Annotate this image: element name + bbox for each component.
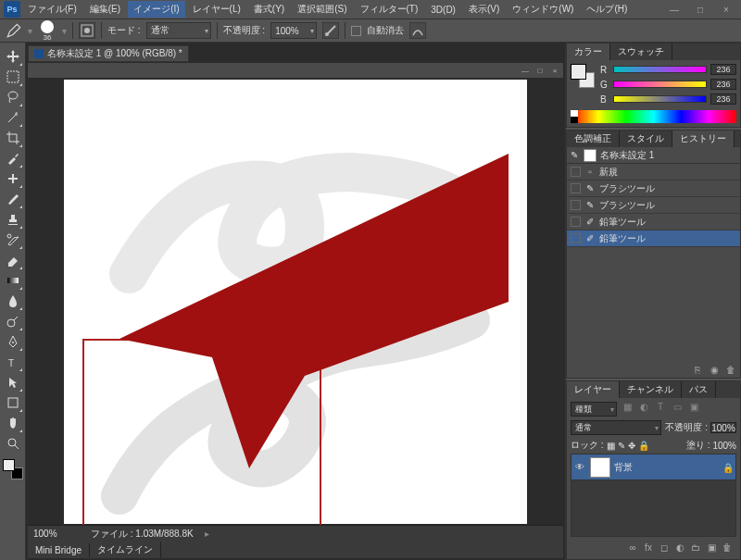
layer-blend-mode[interactable]: 通常 [571, 420, 661, 435]
value-r[interactable]: 236 [710, 64, 736, 75]
zoom-display[interactable]: 100% [33, 529, 80, 539]
history-item[interactable]: ✐鉛筆ツール [567, 214, 740, 230]
slider-b[interactable] [613, 95, 707, 103]
type-tool[interactable]: T [3, 352, 23, 372]
filter-type-icon[interactable]: T [654, 402, 667, 417]
slider-g[interactable] [613, 81, 707, 88]
healing-tool[interactable] [3, 168, 23, 189]
history-snapshot[interactable]: ✎ 名称未設定 1 [567, 147, 740, 164]
layer-opacity[interactable]: 100% [710, 422, 736, 433]
pressure-size-toggle[interactable] [409, 22, 426, 39]
stamp-tool[interactable] [3, 209, 23, 230]
crop-tool[interactable] [3, 128, 23, 148]
panel-color-swatch[interactable] [571, 64, 595, 88]
tab-swatches[interactable]: スウォッチ [610, 44, 672, 60]
snapshot-icon[interactable]: ◉ [709, 364, 720, 375]
tab-layers[interactable]: レイヤー [567, 381, 620, 398]
value-b[interactable]: 236 [710, 93, 736, 105]
path-select-tool[interactable] [3, 372, 23, 392]
color-swatch[interactable] [3, 459, 23, 479]
autoerase-checkbox[interactable] [351, 26, 361, 36]
doc-minimize[interactable]: — [519, 65, 532, 76]
tab-styles[interactable]: スタイル [620, 131, 672, 147]
new-layer-icon[interactable]: ▣ [706, 542, 717, 553]
lock-paint-icon[interactable]: ✎ [618, 441, 625, 451]
doc-maximize[interactable]: □ [534, 65, 546, 76]
menu-file[interactable]: ファイル(F) [22, 1, 82, 18]
brush-tool[interactable] [3, 189, 23, 209]
visibility-icon[interactable]: 👁 [575, 462, 586, 473]
history-item[interactable]: ▫新規 [567, 164, 740, 180]
menu-layer[interactable]: レイヤー(L) [187, 1, 246, 18]
filter-adjust-icon[interactable]: ◐ [637, 402, 650, 417]
create-doc-from-state-icon[interactable]: ⎘ [692, 364, 703, 375]
brush-panel-toggle[interactable] [79, 22, 95, 39]
layer-fx-icon[interactable]: fx [643, 542, 654, 553]
filter-shape-icon[interactable]: ▭ [671, 402, 684, 417]
lock-pos-icon[interactable]: ✥ [628, 441, 635, 451]
brush-preset-picker[interactable]: 36 [38, 20, 57, 42]
menu-type[interactable]: 書式(Y) [248, 1, 290, 18]
hand-tool[interactable] [3, 413, 23, 433]
delete-layer-icon[interactable]: 🗑 [722, 542, 733, 553]
menu-3d[interactable]: 3D(D) [425, 3, 461, 17]
tab-adjustments[interactable]: 色調補正 [567, 131, 620, 147]
marquee-tool[interactable] [3, 67, 23, 87]
eraser-tool[interactable] [3, 250, 23, 270]
history-brush-tool[interactable] [3, 230, 23, 250]
wand-tool[interactable] [3, 107, 23, 128]
pressure-opacity-toggle[interactable] [322, 22, 339, 39]
doc-close[interactable]: × [548, 65, 561, 76]
history-item[interactable]: ✐鉛筆ツール [567, 230, 740, 247]
menu-image[interactable]: イメージ(I) [128, 1, 184, 18]
filter-smart-icon[interactable]: ▣ [687, 402, 700, 417]
adjustment-layer-icon[interactable]: ◐ [674, 542, 685, 553]
menu-view[interactable]: 表示(V) [463, 1, 505, 18]
menu-filter[interactable]: フィルター(T) [355, 1, 424, 18]
new-doc-icon: ▫ [584, 167, 596, 178]
lasso-tool[interactable] [3, 87, 23, 107]
link-layers-icon[interactable]: ∞ [627, 542, 638, 553]
lock-all-icon[interactable]: 🔒 [638, 441, 649, 451]
menu-help[interactable]: ヘルプ(H) [581, 1, 633, 18]
history-item[interactable]: ✎ブラシツール [567, 180, 740, 197]
layer-fill[interactable]: 100% [712, 441, 736, 451]
group-icon[interactable]: 🗀 [690, 542, 701, 553]
blend-mode-select[interactable]: 通常 [146, 22, 211, 39]
tab-history[interactable]: ヒストリー [672, 131, 735, 147]
filter-pixel-icon[interactable]: ▦ [621, 402, 634, 417]
menu-window[interactable]: ウィンドウ(W) [507, 1, 579, 18]
tab-paths[interactable]: パス [682, 381, 716, 398]
window-maximize[interactable]: □ [689, 3, 711, 16]
tool-indicator-pencil[interactable] [6, 22, 22, 39]
opacity-input[interactable]: 100% [270, 22, 317, 39]
dodge-tool[interactable] [3, 311, 23, 331]
canvas[interactable] [64, 80, 527, 524]
window-minimize[interactable]: — [663, 3, 685, 16]
move-tool[interactable] [3, 46, 23, 67]
layer-mask-icon[interactable]: ◻ [659, 542, 670, 553]
window-close[interactable]: × [715, 3, 737, 16]
lock-trans-icon[interactable]: ▦ [607, 441, 615, 451]
tab-mini-bridge[interactable]: Mini Bridge [28, 543, 90, 557]
trash-icon[interactable]: 🗑 [725, 364, 736, 375]
pen-tool[interactable] [3, 331, 23, 352]
blur-tool[interactable] [3, 291, 23, 311]
slider-r[interactable] [613, 66, 707, 73]
menu-edit[interactable]: 編集(E) [84, 1, 126, 18]
layer-item[interactable]: 👁 背景 🔒 [571, 454, 735, 480]
layer-filter-kind[interactable]: 種類 [571, 402, 617, 417]
history-item[interactable]: ✎ブラシツール [567, 197, 740, 214]
zoom-tool[interactable] [3, 433, 23, 454]
tab-timeline[interactable]: タイムライン [90, 541, 161, 558]
gradient-tool[interactable] [3, 270, 23, 291]
document-tab[interactable]: 名称未設定 1 @ 100% (RGB/8) * [28, 45, 189, 62]
menu-select[interactable]: 選択範囲(S) [292, 1, 352, 18]
value-g[interactable]: 236 [710, 79, 736, 90]
eyedropper-tool[interactable] [3, 148, 23, 168]
shape-tool[interactable] [3, 392, 23, 413]
tab-channels[interactable]: チャンネル [620, 381, 682, 398]
tab-color[interactable]: カラー [567, 44, 610, 60]
color-spectrum[interactable] [571, 110, 736, 123]
history-brush-source-icon[interactable]: ✎ [571, 150, 580, 160]
